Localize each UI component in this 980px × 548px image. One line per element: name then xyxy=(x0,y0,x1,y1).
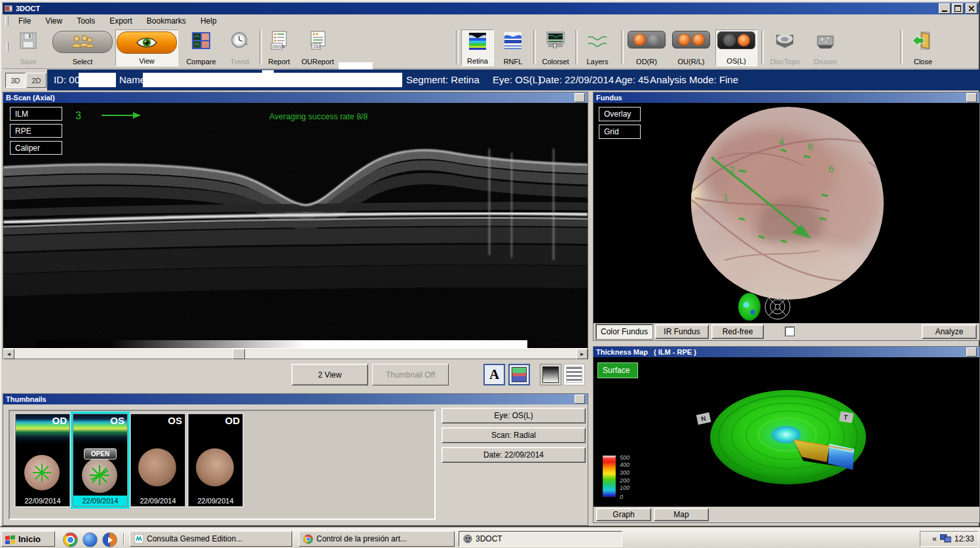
close-tool-button[interactable]: Close xyxy=(905,29,941,66)
thumb-fundus xyxy=(24,455,60,490)
thumbnail-item-selected[interactable]: OS OPEN 22/09/2014 xyxy=(73,414,128,507)
tray-chevron[interactable]: « xyxy=(932,534,937,543)
menu-view[interactable]: View xyxy=(38,15,69,27)
grid-button[interactable]: Grid xyxy=(599,125,641,139)
color-mode-button[interactable] xyxy=(508,364,530,385)
thickness-mini-map-icon[interactable] xyxy=(738,293,761,321)
oureport-button[interactable]: OU OUReport xyxy=(297,29,338,66)
thickness-body[interactable]: N T 500 400 300 200 100 0 Surface xyxy=(594,357,979,507)
scrollbar-thumb[interactable] xyxy=(233,349,245,359)
save-icon xyxy=(18,31,38,50)
menu-file[interactable]: File xyxy=(11,15,38,27)
segment-field: Segment: Retina xyxy=(406,69,480,90)
scroll-right-icon[interactable]: ► xyxy=(576,349,588,359)
panel-button-icon[interactable] xyxy=(575,93,585,102)
tab-2d[interactable]: 2D xyxy=(26,73,47,88)
windows-logo-icon xyxy=(5,534,16,544)
os-eyes-icon xyxy=(717,31,755,49)
date-info-button[interactable]: Date: 22/09/2014 xyxy=(442,447,586,463)
chrome-icon[interactable] xyxy=(63,532,78,547)
thumbnail-off-button[interactable]: Thumbnail Off xyxy=(372,364,449,385)
chrome-icon xyxy=(303,534,313,544)
taskbar-item-3doct[interactable]: 3DOCT xyxy=(459,531,622,547)
inverse-grayscale-icon xyxy=(566,366,582,383)
thumbnail-item[interactable]: OS 22/09/2014 xyxy=(130,414,185,507)
taskbar-item-gesmed[interactable]: Consulta Gesmed Edition... xyxy=(130,531,292,547)
ilm-button[interactable]: ILM xyxy=(10,107,62,121)
map-button[interactable]: Map xyxy=(654,508,709,521)
thumbnail-item[interactable]: OD 22/09/2014 xyxy=(188,414,243,507)
drusen-button[interactable]: Drusen xyxy=(807,29,844,66)
scroll-left-icon[interactable]: ◄ xyxy=(3,349,14,359)
colorset-icon xyxy=(545,31,566,50)
retina-button[interactable]: Retina xyxy=(461,29,494,66)
oureport-icon: OU xyxy=(308,31,328,50)
eye-icon xyxy=(117,31,177,54)
surface-button[interactable]: Surface xyxy=(597,362,638,378)
scan-info-button[interactable]: Scan: Radial xyxy=(442,427,586,443)
close-icon[interactable] xyxy=(966,3,977,14)
menu-tools[interactable]: Tools xyxy=(69,15,102,27)
maximize-icon[interactable] xyxy=(952,3,964,14)
color-fundus-button[interactable]: Color Fundus xyxy=(596,324,652,339)
rnfl-icon xyxy=(503,31,523,50)
open-button[interactable]: OPEN xyxy=(84,448,117,460)
ir-fundus-button[interactable]: IR Fundus xyxy=(655,324,709,339)
redaction-name xyxy=(143,73,402,87)
caliper-button[interactable]: Caliper xyxy=(10,141,62,155)
gesmed-icon xyxy=(134,534,143,543)
view-button[interactable]: View xyxy=(115,29,178,66)
taskbar-separator xyxy=(123,533,124,545)
select-people-icon xyxy=(52,31,113,53)
network-icon[interactable] xyxy=(940,534,951,543)
clock[interactable]: 12:33 xyxy=(954,534,974,543)
select-button[interactable]: Select xyxy=(51,29,114,66)
rpe-button[interactable]: RPE xyxy=(10,124,62,138)
panel-button-icon[interactable] xyxy=(575,395,585,404)
panel-button-icon[interactable] xyxy=(966,347,977,357)
toolbar-separator xyxy=(533,30,536,64)
ou-button[interactable]: OU(R/L) xyxy=(669,29,713,66)
tab-3d[interactable]: 3D xyxy=(5,73,26,88)
trend-clock-icon xyxy=(229,31,250,50)
inverse-grayscale-button[interactable] xyxy=(563,364,585,385)
minimize-icon[interactable] xyxy=(939,3,951,14)
menu-export[interactable]: Export xyxy=(102,15,140,27)
svg-text:100: 100 xyxy=(620,484,630,491)
start-button[interactable]: Inicio xyxy=(1,531,55,547)
toolbar-group-separator xyxy=(621,30,624,64)
os-button[interactable]: OS(L) xyxy=(715,29,757,66)
analyze-button[interactable]: Analyze xyxy=(922,324,977,339)
fundus-checkbox[interactable] xyxy=(785,327,794,336)
thickness-dome xyxy=(710,390,866,484)
menu-bookmarks[interactable]: Bookmarks xyxy=(140,15,193,27)
messenger-icon[interactable] xyxy=(83,532,98,547)
report-button[interactable]: OD/OS Report xyxy=(263,29,295,66)
colorset-button[interactable]: Colorset xyxy=(537,29,574,66)
compare-button[interactable]: Compare xyxy=(182,29,220,66)
save-button[interactable]: Save xyxy=(9,29,47,66)
panel-button-icon[interactable] xyxy=(966,93,977,102)
red-free-button[interactable]: Red-free xyxy=(711,324,764,339)
thumb-fundus xyxy=(82,458,117,493)
two-view-button[interactable]: 2 View xyxy=(292,364,368,385)
grayscale-mode-button[interactable] xyxy=(540,364,561,385)
annotation-toggle-button[interactable]: A xyxy=(483,364,505,385)
bscan-horizontal-scrollbar[interactable]: ◄ ► xyxy=(3,348,588,359)
od-button[interactable]: OD(R) xyxy=(626,29,667,66)
disctopo-button[interactable]: DiscTopo xyxy=(765,29,804,66)
menu-help[interactable]: Help xyxy=(193,15,224,27)
fundus-body[interactable]: 1 2 4 6 8 xyxy=(594,103,979,323)
svg-text:500: 500 xyxy=(620,454,630,461)
thumbnail-item[interactable]: OD 22/09/2014 xyxy=(15,414,70,507)
svg-text:OU: OU xyxy=(314,44,320,49)
taskbar-item-browser[interactable]: Control de la presión art... xyxy=(299,531,455,547)
media-player-icon[interactable] xyxy=(102,532,117,547)
eye-info-button[interactable]: Eye: OS(L) xyxy=(442,408,586,423)
rnfl-button[interactable]: RNFL xyxy=(497,29,529,66)
overlay-button[interactable]: Overlay xyxy=(599,107,641,121)
graph-button[interactable]: Graph xyxy=(596,508,651,521)
bscan-body[interactable]: 3 Averaging success rate 8/8 ILM RPE Cal… xyxy=(3,103,588,349)
trend-button[interactable]: Trend xyxy=(223,29,257,66)
layers-button[interactable]: Layers xyxy=(579,29,616,66)
